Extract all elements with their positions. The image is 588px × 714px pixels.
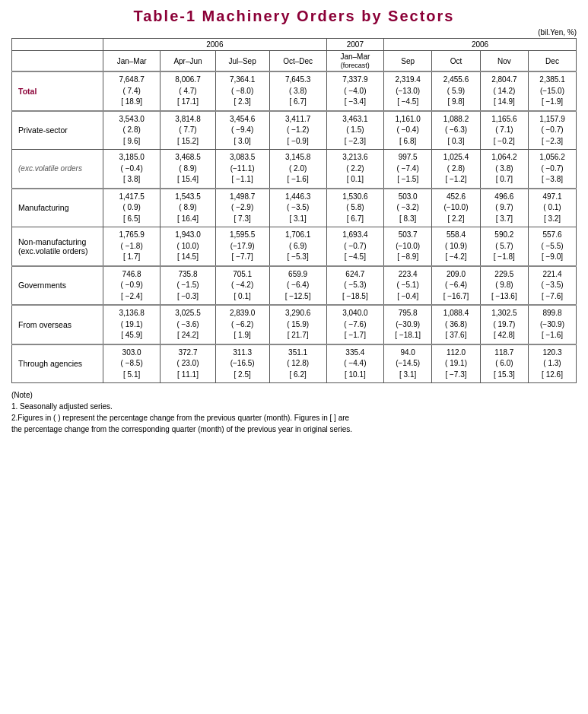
data-cell-r4-c0: 1,765.9 ( −1.8) [ 1.7] <box>103 227 161 266</box>
data-cell-r3-c4: 1,530.6 ( 5.8) [ 6.7] <box>326 189 383 227</box>
row-label-3: Manufacturing <box>12 189 103 227</box>
row-label-2: (exc.volatile orders <box>12 150 103 189</box>
data-cell-r7-c0: 303.0 ( −8.5) [ 5.1] <box>103 344 161 383</box>
data-cell-r6-c7: 1,302.5 ( 19.7) [ 42.8] <box>480 305 528 344</box>
data-cell-r6-c8: 899.8 (−30.9) [ −1.6] <box>529 305 577 344</box>
header-year-2006b: 2006 <box>384 39 577 51</box>
data-cell-r0-c3: 7,645.3 ( 3.8) [ 6.7] <box>269 71 326 111</box>
data-cell-r7-c6: 112.0 ( 19.1) [ −7.3] <box>432 344 480 383</box>
data-cell-r5-c5: 223.4 ( −5.1) [ −0.4] <box>384 266 432 306</box>
unit-label: (bil.Yen, %) <box>11 28 577 36</box>
data-cell-r0-c8: 2,385.1 (−15.0) [ −1.9] <box>529 71 577 111</box>
page: Table-1 Machinery Orders by Sectors (bil… <box>0 0 588 446</box>
data-cell-r2-c8: 1,056.2 ( −0.7) [ −3.8] <box>529 150 577 189</box>
header-year-2007: 2007 <box>326 39 383 51</box>
data-cell-r3-c2: 1,498.7 ( −2.9) [ 7.3] <box>215 189 269 227</box>
data-cell-r7-c7: 118.7 ( 6.0) [ 15.3] <box>480 344 528 383</box>
row-label-4: Non-manufacturing (exc.volatile orders) <box>12 227 103 266</box>
data-cell-r5-c7: 229.5 ( 9.8) [ −13.6] <box>480 266 528 306</box>
row-label-7: Through agencies <box>12 344 103 383</box>
data-cell-r4-c1: 1,943.0 ( 10.0) [ 14.5] <box>161 227 216 266</box>
data-cell-r6-c5: 795.8 (−30.9) [ −18.1] <box>384 305 432 344</box>
data-cell-r2-c4: 3,213.6 ( 2.2) [ 0.1] <box>326 150 383 189</box>
row-label-0: Total <box>12 71 103 111</box>
data-cell-r7-c4: 335.4 ( −4.4) [ 10.1] <box>326 344 383 383</box>
data-cell-r4-c6: 558.4 ( 10.9) [ −4.2] <box>432 227 480 266</box>
header-dec: Dec <box>529 51 577 72</box>
data-cell-r1-c0: 3,543.0 ( 2.8) [ 9.6] <box>103 111 161 150</box>
data-cell-r6-c0: 3,136.8 ( 19.1) [ 45.9] <box>103 305 161 344</box>
note-item-3: the percentage change from the correspon… <box>11 424 577 435</box>
data-cell-r3-c3: 1,446.3 ( −3.5) [ 3.1] <box>269 189 326 227</box>
data-cell-r7-c8: 120.3 ( 1.3) [ 12.6] <box>529 344 577 383</box>
note-item-2: 2.Figures in ( ) represent the percentag… <box>11 412 577 424</box>
data-cell-r2-c1: 3,468.5 ( 8.9) [ 15.4] <box>161 150 216 189</box>
data-cell-r4-c2: 1,595.5 (−17.9) [ −7.7] <box>215 227 269 266</box>
header-oct-dec: Oct–Dec <box>269 51 326 72</box>
data-cell-r1-c8: 1,157.9 ( −0.7) [ −2.3] <box>529 111 577 150</box>
table-row: Total7,648.7 ( 7.4) [ 18.9]8,006.7 ( 4.7… <box>12 71 577 111</box>
data-cell-r2-c5: 997.5 ( −7.4) [ −1.5] <box>384 150 432 189</box>
data-cell-r3-c5: 503.0 ( −3.2) [ 8.3] <box>384 189 432 227</box>
header-apr-jun: Apr–Jun <box>161 51 216 72</box>
table-row: Manufacturing1,417.5 ( 0.9) [ 6.5]1,543.… <box>12 189 577 227</box>
data-cell-r2-c7: 1,064.2 ( 3.8) [ 0.7] <box>480 150 528 189</box>
header-blank <box>12 39 103 51</box>
data-cell-r2-c0: 3,185.0 ( −0.4) [ 3.8] <box>103 150 161 189</box>
note-item-1: 1. Seasonally adjusted series. <box>11 401 577 412</box>
table-row: (exc.volatile orders3,185.0 ( −0.4) [ 3.… <box>12 150 577 189</box>
data-cell-r5-c6: 209.0 ( −6.4) [ −16.7] <box>432 266 480 306</box>
data-cell-r0-c6: 2,455.6 ( 5.9) [ 9.8] <box>432 71 480 111</box>
data-cell-r3-c7: 496.6 ( 9.7) [ 3.7] <box>480 189 528 227</box>
table-row: Governments746.8 ( −0.9) [ −2.4]735.8 ( … <box>12 266 577 306</box>
data-cell-r7-c1: 372.7 ( 23.0) [ 11.1] <box>161 344 216 383</box>
data-cell-r1-c5: 1,161.0 ( −0.4) [ 6.8] <box>384 111 432 150</box>
table-row: Through agencies303.0 ( −8.5) [ 5.1]372.… <box>12 344 577 383</box>
data-cell-r5-c8: 221.4 ( −3.5) [ −7.6] <box>529 266 577 306</box>
table-row: Non-manufacturing (exc.volatile orders)1… <box>12 227 577 266</box>
data-cell-r5-c1: 735.8 ( −1.5) [ −0.3] <box>161 266 216 306</box>
data-cell-r0-c1: 8,006.7 ( 4.7) [ 17.1] <box>161 71 216 111</box>
row-label-6: From overseas <box>12 305 103 344</box>
data-cell-r0-c7: 2,804.7 ( 14.2) [ 14.9] <box>480 71 528 111</box>
data-cell-r3-c8: 497.1 ( 0.1) [ 3.2] <box>529 189 577 227</box>
row-label-5: Governments <box>12 266 103 306</box>
notes-title: (Note) <box>11 389 577 401</box>
notes-section: (Note) 1. Seasonally adjusted series. 2.… <box>11 389 577 435</box>
data-cell-r3-c1: 1,543.5 ( 8.9) [ 16.4] <box>161 189 216 227</box>
data-cell-r0-c4: 7,337.9 ( −4.0) [ −3.4] <box>326 71 383 111</box>
data-cell-r1-c6: 1,088.2 ( −6.3) [ 0.3] <box>432 111 480 150</box>
header-col-blank <box>12 51 103 72</box>
data-cell-r7-c3: 351.1 ( 12.8) [ 6.2] <box>269 344 326 383</box>
data-cell-r6-c2: 2,839.0 ( −6.2) [ 1.9] <box>215 305 269 344</box>
data-cell-r2-c6: 1,025.4 ( 2.8) [ −1.2] <box>432 150 480 189</box>
data-cell-r4-c3: 1,706.1 ( 6.9) [ −5.3] <box>269 227 326 266</box>
header-sep: Sep <box>384 51 432 72</box>
header-nov: Nov <box>480 51 528 72</box>
table-row: From overseas3,136.8 ( 19.1) [ 45.9]3,02… <box>12 305 577 344</box>
data-cell-r6-c6: 1,088.4 ( 36.8) [ 37.6] <box>432 305 480 344</box>
header-oct: Oct <box>432 51 480 72</box>
data-cell-r7-c2: 311.3 (−16.5) [ 2.5] <box>215 344 269 383</box>
row-label-1: Private-sector <box>12 111 103 150</box>
data-cell-r3-c6: 452.6 (−10.0) [ 2.2] <box>432 189 480 227</box>
header-year-2006: 2006 <box>103 39 327 51</box>
data-cell-r6-c4: 3,040.0 ( −7.6) [ −1.7] <box>326 305 383 344</box>
data-cell-r1-c3: 3,411.7 ( −1.2) [ −0.9] <box>269 111 326 150</box>
data-cell-r7-c5: 94.0 (−14.5) [ 3.1] <box>384 344 432 383</box>
data-cell-r4-c4: 1,693.4 ( −0.7) [ −4.5] <box>326 227 383 266</box>
data-cell-r1-c7: 1,165.6 ( 7.1) [ −0.2] <box>480 111 528 150</box>
data-cell-r2-c2: 3,083.5 (−11.1) [ −1.1] <box>215 150 269 189</box>
data-cell-r5-c3: 659.9 ( −6.4) [ −12.5] <box>269 266 326 306</box>
table-row: Private-sector3,543.0 ( 2.8) [ 9.6]3,814… <box>12 111 577 150</box>
data-cell-r4-c7: 590.2 ( 5.7) [ −1.8] <box>480 227 528 266</box>
page-title: Table-1 Machinery Orders by Sectors <box>11 8 577 25</box>
data-cell-r5-c4: 624.7 ( −5.3) [ −18.5] <box>326 266 383 306</box>
data-cell-r1-c2: 3,454.6 ( −9.4) [ 3.0] <box>215 111 269 150</box>
header-jan-mar: Jan–Mar <box>103 51 161 72</box>
data-cell-r2-c3: 3,145.8 ( 2.0) [ −1.6] <box>269 150 326 189</box>
data-cell-r3-c0: 1,417.5 ( 0.9) [ 6.5] <box>103 189 161 227</box>
data-cell-r5-c2: 705.1 ( −4.2) [ 0.1] <box>215 266 269 306</box>
header-row-periods: Jan–Mar Apr–Jun Jul–Sep Oct–Dec Jan–Mar(… <box>12 51 577 72</box>
data-table: 2006 2007 2006 Jan–Mar Apr–Jun Jul–Sep O… <box>11 38 577 383</box>
